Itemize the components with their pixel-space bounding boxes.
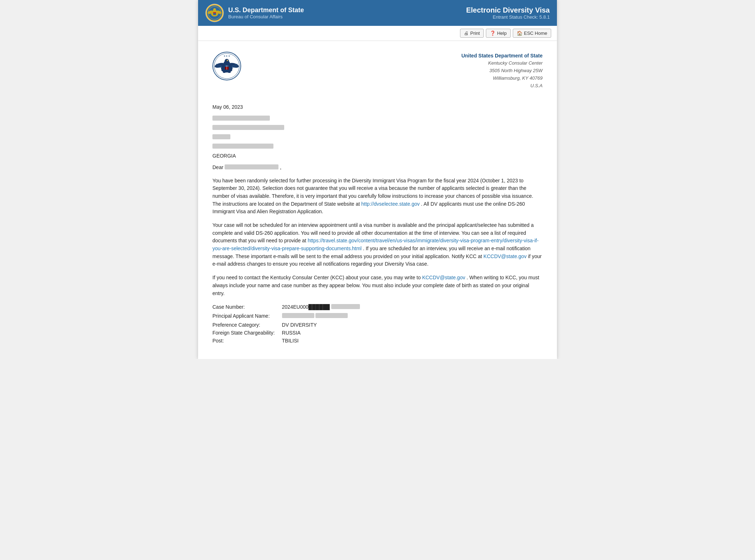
home-label: ESC Home [524,31,547,36]
foreign-state-row: Foreign State Chargeability: RUSSIA [212,329,367,337]
svg-text:★ ★ ★: ★ ★ ★ [224,55,230,57]
dept-name: U.S. Department of State [228,6,304,14]
principal-name-value [282,312,367,321]
post-value: TBILISI [282,337,367,345]
print-icon: 🖨 [464,31,469,36]
letter-seal: ★ ★ ★ [212,52,241,81]
print-button[interactable]: 🖨 Print [460,29,484,38]
dv-website-link[interactable]: http://dvselectee.state.gov [361,201,420,207]
sender-org: United States Department of State [461,52,543,60]
redacted-case-suffix [331,304,360,309]
dept-sub: Bureau of Consular Affairs [228,14,304,19]
foreign-state-label: Foreign State Chargeability: [212,329,282,337]
paragraph-1: You have been randomly selected for furt… [212,177,543,216]
salutation: Dear , [212,164,543,171]
toolbar: 🖨 Print ❓ Help 🏠 ESC Home [198,26,557,41]
redacted-addr-line1 [212,125,284,130]
header-right: Electronic Diversity Visa Entrant Status… [466,6,550,20]
redacted-principal-first [282,313,314,318]
recipient-state: GEORGIA [212,153,543,159]
redacted-addr-line3 [212,144,273,149]
redacted-addr-line2 [212,134,230,139]
paragraph-3: If you need to contact the Kentucky Cons… [212,274,543,297]
state-seal-icon [205,4,224,22]
svg-point-25 [227,60,228,61]
help-label: Help [497,31,507,36]
case-number-row: Case Number: 2024EU000██████ [212,303,367,312]
header-left: U.S. Department of State Bureau of Consu… [205,4,304,22]
letter-header-area: United States Department of State Kentuc… [212,52,543,97]
kccdv-email-link-1[interactable]: KCCDV@state.gov [483,253,526,259]
post-row: Post: TBILISI [212,337,367,345]
case-number-value: 2024EU000██████ [282,303,367,312]
home-button[interactable]: 🏠 ESC Home [513,29,551,38]
help-button[interactable]: ❓ Help [486,29,511,38]
sender-line4: U.S.A [461,82,543,90]
recipient-address: GEORGIA [212,116,543,159]
paragraph-2: Your case will not be scheduled for an i… [212,221,543,268]
case-info-table: Case Number: 2024EU000██████ Principal A… [212,303,367,345]
sender-line2: 3505 North Highway 25W [461,67,543,75]
kccdv-email-link-2[interactable]: KCCDV@state.gov [422,275,465,280]
dear-prefix: Dear [212,164,223,170]
preference-value: DV DIVERSITY [282,321,367,329]
redacted-principal-last [315,313,348,318]
principal-name-label: Principal Applicant Name: [212,312,282,321]
dear-suffix: , [280,164,281,170]
preference-label: Preference Category: [212,321,282,329]
case-number-label: Case Number: [212,303,282,312]
svg-rect-10 [213,12,216,13]
sender-line3: Williamsburg, KY 40769 [461,75,543,82]
eagle-seal-icon: ★ ★ ★ [212,52,241,80]
letter-date: May 06, 2023 [212,104,543,110]
sender-line1: Kentucky Consular Center [461,60,543,67]
preference-row: Preference Category: DV DIVERSITY [212,321,367,329]
page-header: U.S. Department of State Bureau of Consu… [198,0,557,26]
home-icon: 🏠 [517,31,522,36]
post-label: Post: [212,337,282,345]
redacted-recipient-name [225,164,278,169]
app-title: Electronic Diversity Visa [466,6,550,14]
sender-address: United States Department of State Kentuc… [461,52,543,90]
redacted-name-line [212,116,270,121]
letter-content: United States Department of State Kentuc… [198,41,557,359]
help-icon: ❓ [490,31,496,36]
app-subtitle: Entrant Status Check: 5.8.1 [466,14,550,20]
foreign-state-value: RUSSIA [282,329,367,337]
principal-name-row: Principal Applicant Name: [212,312,367,321]
print-label: Print [470,31,480,36]
header-title-block: U.S. Department of State Bureau of Consu… [228,6,304,19]
